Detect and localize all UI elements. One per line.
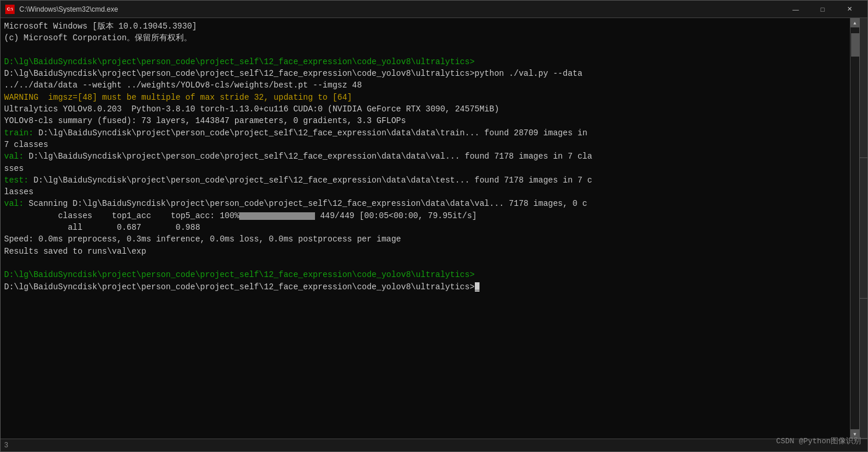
line-19: Speed: 0.0ms preprocess, 0.3ms inference… bbox=[4, 233, 846, 245]
line-21 bbox=[4, 257, 846, 269]
scrollbar[interactable]: ▲ ▼ bbox=[850, 18, 859, 439]
line-10: train: D:\lg\BaiduSyncdisk\project\perso… bbox=[4, 127, 846, 139]
line-18: all 0.687 0.988 bbox=[4, 222, 846, 233]
line-12: val: D:\lg\BaiduSyncdisk\project\person_… bbox=[4, 150, 846, 162]
line-17: classes top1_acc top5_acc: 100% 449/449 … bbox=[4, 210, 846, 222]
titlebar: C:\ C:\Windows\System32\cmd.exe — □ ✕ bbox=[1, 1, 867, 18]
side-tab-3[interactable] bbox=[860, 299, 867, 439]
close-button[interactable]: ✕ bbox=[836, 1, 863, 18]
line-22: D:\lg\BaiduSyncdisk\project\person_code\… bbox=[4, 269, 846, 281]
minimize-button[interactable]: — bbox=[782, 1, 809, 18]
line-20: Results saved to runs\val\exp bbox=[4, 246, 846, 257]
line-5: D:\lg\BaiduSyncdisk\project\person_code\… bbox=[4, 68, 846, 79]
side-tab-1[interactable] bbox=[860, 18, 867, 158]
line-13: sses bbox=[4, 163, 846, 174]
line-4: D:\lg\BaiduSyncdisk\project\person_code\… bbox=[4, 56, 846, 68]
maximize-button[interactable]: □ bbox=[809, 1, 836, 18]
bottom-number: 3 bbox=[4, 442, 8, 450]
right-side-tabs bbox=[859, 18, 867, 439]
window-controls: — □ ✕ bbox=[782, 1, 863, 18]
line-2: (c) Microsoft Corporation。保留所有权利。 bbox=[4, 32, 846, 44]
line-15: lasses bbox=[4, 186, 846, 198]
bottom-bar: 3 bbox=[1, 439, 867, 451]
line-14: test: D:\lg\BaiduSyncdisk\project\person… bbox=[4, 174, 846, 186]
content-area: Microsoft Windows [版本 10.0.19045.3930] (… bbox=[1, 18, 867, 439]
line-1: Microsoft Windows [版本 10.0.19045.3930] bbox=[4, 20, 846, 32]
scroll-up-arrow[interactable]: ▲ bbox=[850, 18, 860, 27]
scroll-track[interactable] bbox=[850, 27, 859, 429]
line-11: 7 classes bbox=[4, 139, 846, 150]
line-6: ../../data/data --weight ../weights/YOLO… bbox=[4, 79, 846, 91]
terminal-output[interactable]: Microsoft Windows [版本 10.0.19045.3930] (… bbox=[1, 18, 850, 439]
line-16: val: Scanning D:\lg\BaiduSyncdisk\projec… bbox=[4, 198, 846, 209]
watermark: CSDN @Python图像识别 bbox=[776, 436, 850, 439]
cmd-window: C:\ C:\Windows\System32\cmd.exe — □ ✕ Mi… bbox=[0, 0, 868, 452]
line-9: YOLOv8-cls summary (fused): 73 layers, 1… bbox=[4, 115, 846, 127]
window-title: C:\Windows\System32\cmd.exe bbox=[19, 5, 782, 13]
line-3 bbox=[4, 44, 846, 56]
line-7: WARNING imgsz=[48] must be multiple of m… bbox=[4, 92, 846, 103]
scroll-thumb[interactable] bbox=[851, 33, 859, 57]
app-icon: C:\ bbox=[5, 5, 15, 14]
line-23: D:\lg\BaiduSyncdisk\project\person_code\… bbox=[4, 281, 846, 293]
side-tab-2[interactable] bbox=[860, 158, 867, 298]
line-8: Ultralytics YOLOv8.0.203 Python-3.8.10 t… bbox=[4, 103, 846, 115]
